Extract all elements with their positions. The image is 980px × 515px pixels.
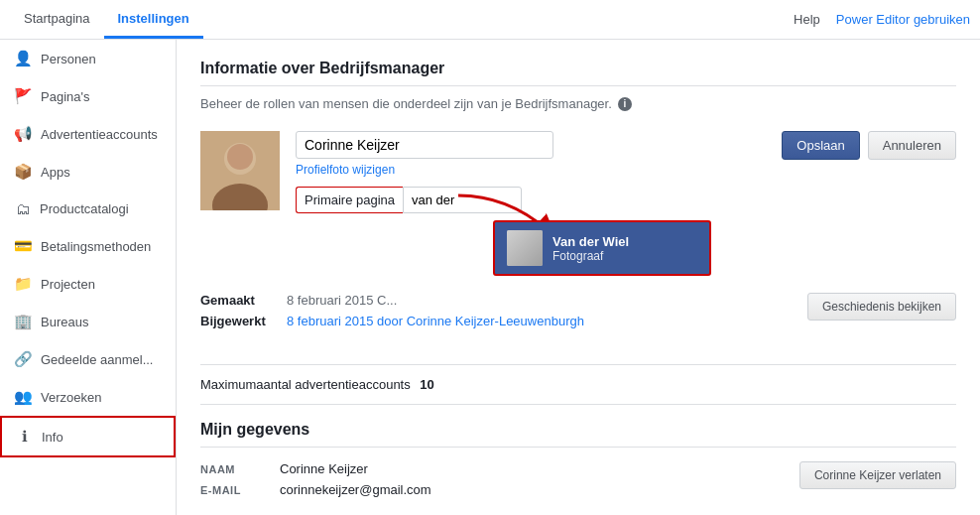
dropdown-suggestion[interactable]: Van der Wiel Fotograaf xyxy=(493,220,711,276)
payment-icon: 💳 xyxy=(14,237,33,255)
name-input[interactable] xyxy=(296,131,553,159)
shared-icon: 🔗 xyxy=(14,350,33,368)
section-subtitle: Beheer de rollen van mensen die onderdee… xyxy=(200,96,956,111)
info-icon: ℹ xyxy=(16,428,34,446)
info-row-gemaakt: Gemaakt 8 februari 2015 C... xyxy=(200,293,584,308)
gemaakt-value: 8 februari 2015 C... xyxy=(287,293,397,308)
sidebar-label-productcatalogi: Productcatalogi xyxy=(40,201,129,216)
bijgewerkt-value: 8 februari 2015 door Corinne Keijzer-Lee… xyxy=(287,314,584,328)
dropdown-subtitle: Fotograaf xyxy=(552,249,629,263)
sidebar-item-advertentieaccounts[interactable]: 📢 Advertentieaccounts xyxy=(0,115,176,153)
top-nav-right: Help Power Editor gebruiken xyxy=(794,0,970,39)
dropdown-name: Van der Wiel xyxy=(552,234,629,249)
dropdown-text: Van der Wiel Fotograaf xyxy=(552,234,629,263)
profile-section: Profielfoto wijzigen Primaire pagina Ops… xyxy=(200,131,956,213)
verlaten-button[interactable]: Corinne Keijzer verlaten xyxy=(799,461,956,489)
subtitle-text: Beheer de rollen van mensen die onderdee… xyxy=(200,96,612,111)
data-row-naam: NAAM Corinne Keijzer xyxy=(200,461,431,476)
history-button[interactable]: Geschiedenis bekijken xyxy=(807,293,956,321)
sidebar-label-gedeelde: Gedeelde aanmel... xyxy=(41,352,153,367)
person-icon: 👤 xyxy=(14,50,33,67)
photo-link[interactable]: Profielfoto wijzigen xyxy=(296,163,766,177)
top-nav: Startpagina Instellingen Help Power Edit… xyxy=(0,0,980,40)
main-content: Informatie over Bedrijfsmanager Beheer d… xyxy=(177,40,980,515)
max-accounts: Maximumaantal advertentieaccounts 10 xyxy=(200,364,956,405)
cancel-button[interactable]: Annuleren xyxy=(868,131,956,160)
sidebar-label-paginas: Pagina's xyxy=(41,89,89,104)
save-button[interactable]: Opslaan xyxy=(782,131,859,160)
sidebar-item-apps[interactable]: 📦 Apps xyxy=(0,153,176,191)
sidebar-item-info[interactable]: ℹ Info xyxy=(0,416,176,457)
bureau-icon: 🏢 xyxy=(14,313,33,330)
primary-page-row: Primaire pagina xyxy=(296,187,766,213)
bijgewerkt-label: Bijgewerkt xyxy=(200,314,275,328)
max-accounts-value: 10 xyxy=(420,377,433,392)
naam-label: NAAM xyxy=(200,463,280,475)
email-label: E-MAIL xyxy=(200,484,280,496)
section-title: Informatie over Bedrijfsmanager xyxy=(200,60,956,86)
tab-startpagina[interactable]: Startpagina xyxy=(10,0,104,39)
sidebar-label-projecten: Projecten xyxy=(41,277,95,292)
requests-icon: 👥 xyxy=(14,388,33,406)
sidebar-label-advertentieaccounts: Advertentieaccounts xyxy=(41,127,158,142)
ad-icon: 📢 xyxy=(14,125,33,143)
sidebar-label-verzoeken: Verzoeken xyxy=(41,390,101,405)
sidebar-label-apps: Apps xyxy=(41,165,70,180)
catalog-icon: 🗂 xyxy=(14,200,32,217)
email-value: corinnekeijzer@gmail.com xyxy=(280,482,431,497)
bijgewerkt-link[interactable]: 8 februari 2015 door Corinne Keijzer-Lee… xyxy=(287,314,584,328)
power-editor-link[interactable]: Power Editor gebruiken xyxy=(836,12,970,27)
sidebar-label-betalingsmethoden: Betalingsmethoden xyxy=(41,239,151,254)
dropdown-avatar xyxy=(507,230,543,266)
naam-value: Corinne Keijzer xyxy=(280,461,431,476)
avatar xyxy=(200,131,280,210)
sidebar-label-info: Info xyxy=(42,430,63,445)
flag-icon: 🚩 xyxy=(14,87,33,105)
apps-icon: 📦 xyxy=(14,163,33,181)
sidebar-item-personen[interactable]: 👤 Personen xyxy=(0,40,176,77)
mijn-gegevens-rows: NAAM Corinne Keijzer E-MAIL corinnekeijz… xyxy=(200,461,431,503)
svg-point-3 xyxy=(227,144,253,170)
sidebar: 👤 Personen 🚩 Pagina's 📢 Advertentieaccou… xyxy=(0,40,177,515)
data-row-email: E-MAIL corinnekeijzer@gmail.com xyxy=(200,482,431,497)
sidebar-label-personen: Personen xyxy=(41,52,96,66)
sidebar-item-verzoeken[interactable]: 👥 Verzoeken xyxy=(0,378,176,416)
sidebar-label-bureaus: Bureaus xyxy=(41,315,88,329)
project-icon: 📁 xyxy=(14,275,33,293)
top-nav-tabs: Startpagina Instellingen xyxy=(10,0,203,39)
sidebar-item-bureaus[interactable]: 🏢 Bureaus xyxy=(0,303,176,340)
sidebar-item-productcatalogi[interactable]: 🗂 Productcatalogi xyxy=(0,191,176,227)
action-buttons: Opslaan Annuleren xyxy=(782,131,956,160)
help-link[interactable]: Help xyxy=(794,12,820,27)
primary-page-label: Primaire pagina xyxy=(296,187,403,213)
mijn-gegevens-title: Mijn gegevens xyxy=(200,421,956,448)
sidebar-item-gedeelde-aanmel[interactable]: 🔗 Gedeelde aanmel... xyxy=(0,340,176,378)
info-tooltip-icon[interactable]: i xyxy=(618,97,632,111)
tab-instellingen[interactable]: Instellingen xyxy=(104,0,203,39)
profile-fields: Profielfoto wijzigen Primaire pagina xyxy=(296,131,766,213)
mijn-gegevens-section: Mijn gegevens NAAM Corinne Keijzer E-MAI… xyxy=(200,421,956,503)
layout: 👤 Personen 🚩 Pagina's 📢 Advertentieaccou… xyxy=(0,40,980,515)
sidebar-item-betalingsmethoden[interactable]: 💳 Betalingsmethoden xyxy=(0,227,176,265)
sidebar-item-paginas[interactable]: 🚩 Pagina's xyxy=(0,77,176,115)
info-row-bijgewerkt: Bijgewerkt 8 februari 2015 door Corinne … xyxy=(200,314,584,328)
primary-page-input[interactable] xyxy=(403,187,522,213)
sidebar-item-projecten[interactable]: 📁 Projecten xyxy=(0,265,176,303)
info-block: Gemaakt 8 februari 2015 C... Bijgewerkt … xyxy=(200,293,584,334)
max-accounts-label: Maximumaantal advertentieaccounts xyxy=(200,377,411,392)
gemaakt-label: Gemaakt xyxy=(200,293,275,308)
